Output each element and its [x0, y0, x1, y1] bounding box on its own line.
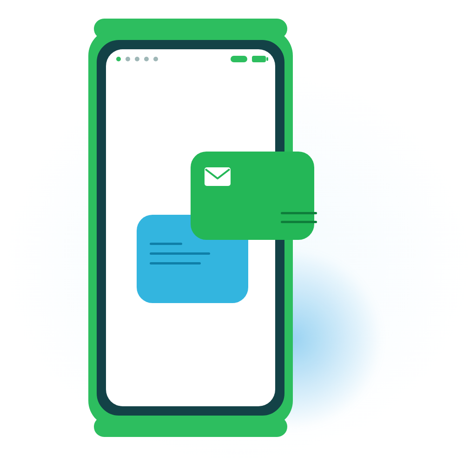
mail-icon — [205, 167, 231, 188]
battery-icon — [252, 56, 266, 62]
phone-mockup — [88, 19, 293, 437]
message-bubble-outgoing — [191, 152, 314, 240]
illustration-canvas — [0, 0, 476, 476]
message-text-lines — [281, 212, 317, 223]
status-dots — [116, 57, 158, 61]
phone-screen — [106, 49, 275, 406]
status-dot-icon — [126, 57, 130, 61]
status-dot-icon — [116, 57, 121, 61]
phone-cap-bottom — [94, 416, 287, 437]
phone-body-inner — [95, 38, 286, 417]
svg-rect-0 — [205, 167, 231, 186]
status-bar — [106, 56, 275, 64]
status-dot-icon — [153, 57, 158, 61]
signal-pill-icon — [231, 56, 247, 62]
status-indicators — [231, 56, 266, 62]
status-dot-icon — [144, 57, 149, 61]
status-dot-icon — [135, 57, 139, 61]
